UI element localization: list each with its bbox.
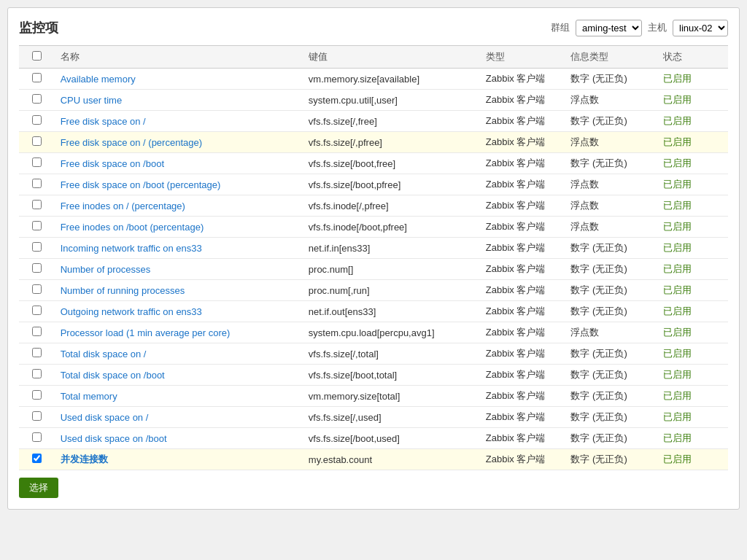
row-type: Zabbix 客户端 <box>480 280 565 301</box>
row-checkbox-cell <box>19 195 55 217</box>
row-checkbox[interactable] <box>32 200 42 209</box>
row-key: vfs.fs.size[/,used] <box>303 407 480 428</box>
row-info-type: 浮点数 <box>565 90 657 111</box>
row-name: Total disk space on /boot <box>55 365 303 386</box>
row-name-link[interactable]: Used disk space on / <box>61 412 149 423</box>
row-name-link[interactable]: Free inodes on /boot (percentage) <box>61 222 204 233</box>
row-name-link[interactable]: Number of processes <box>61 264 151 275</box>
table-row: Number of processesproc.num[]Zabbix 客户端数… <box>19 259 728 280</box>
group-select[interactable]: aming-test <box>576 20 642 36</box>
row-info-type: 数字 (无正负) <box>565 428 657 449</box>
row-name-link[interactable]: Number of running processes <box>61 285 185 296</box>
row-info-type: 数字 (无正负) <box>565 449 657 470</box>
row-name-link[interactable]: CPU user time <box>61 95 123 106</box>
row-type: Zabbix 客户端 <box>480 343 565 365</box>
row-status: 已启用 <box>657 217 728 238</box>
col-header-name: 名称 <box>55 46 303 69</box>
row-status: 已启用 <box>657 195 728 217</box>
row-key: vfs.fs.size[/boot,free] <box>303 153 480 174</box>
row-checkbox[interactable] <box>32 454 42 463</box>
items-table: 名称 键值 类型 信息类型 状态 Available memoryvm.memo… <box>19 45 728 470</box>
row-name-link[interactable]: Outgoing network traffic on ens33 <box>61 306 202 317</box>
row-name-link[interactable]: Free inodes on / (percentage) <box>61 201 185 211</box>
row-type: Zabbix 客户端 <box>480 259 565 280</box>
row-checkbox[interactable] <box>32 263 42 273</box>
row-checkbox-cell <box>19 238 55 259</box>
row-name-link[interactable]: Processor load (1 min average per core) <box>61 327 231 338</box>
host-label: 主机 <box>648 21 667 34</box>
host-select[interactable]: linux-02 <box>673 20 728 36</box>
row-status: 已启用 <box>657 428 728 449</box>
row-key: vfs.fs.size[/boot,used] <box>303 428 480 449</box>
row-name-link[interactable]: 并发连接数 <box>61 454 108 464</box>
row-name-link[interactable]: Free disk space on /boot (percentage) <box>61 179 221 190</box>
row-status: 已启用 <box>657 238 728 259</box>
row-name: Free inodes on / (percentage) <box>55 195 303 217</box>
row-name: Incoming network traffic on ens33 <box>55 238 303 259</box>
row-checkbox[interactable] <box>32 390 42 400</box>
row-checkbox[interactable] <box>32 411 42 421</box>
row-checkbox[interactable] <box>32 327 42 336</box>
row-name-link[interactable]: Used disk space on /boot <box>61 433 167 444</box>
row-checkbox[interactable] <box>32 284 42 294</box>
row-name-link[interactable]: Total disk space on /boot <box>61 370 165 381</box>
row-status: 已启用 <box>657 386 728 407</box>
row-name: Total memory <box>55 386 303 407</box>
row-checkbox[interactable] <box>32 348 42 357</box>
row-info-type: 数字 (无正负) <box>565 301 657 322</box>
row-type: Zabbix 客户端 <box>480 365 565 386</box>
row-type: Zabbix 客户端 <box>480 301 565 322</box>
row-key: vfs.fs.size[/boot,total] <box>303 365 480 386</box>
row-type: Zabbix 客户端 <box>480 217 565 238</box>
row-checkbox[interactable] <box>32 94 42 104</box>
select-all-checkbox[interactable] <box>32 51 42 61</box>
select-button[interactable]: 选择 <box>19 478 58 498</box>
row-checkbox[interactable] <box>32 73 42 82</box>
row-key: net.if.in[ens33] <box>303 238 480 259</box>
row-name-link[interactable]: Free disk space on / <box>61 116 146 127</box>
row-checkbox[interactable] <box>32 179 42 188</box>
row-name: Number of processes <box>55 259 303 280</box>
row-key: vfs.fs.inode[/boot,pfree] <box>303 217 480 238</box>
row-checkbox-cell <box>19 217 55 238</box>
row-checkbox-cell <box>19 428 55 449</box>
row-checkbox[interactable] <box>32 242 42 252</box>
row-checkbox[interactable] <box>32 432 42 442</box>
row-checkbox-cell <box>19 111 55 132</box>
row-name: Used disk space on / <box>55 407 303 428</box>
row-type: Zabbix 客户端 <box>480 428 565 449</box>
row-checkbox[interactable] <box>32 158 42 167</box>
row-checkbox-cell <box>19 90 55 111</box>
row-info-type: 数字 (无正负) <box>565 153 657 174</box>
row-info-type: 数字 (无正负) <box>565 365 657 386</box>
row-name-link[interactable]: Total disk space on / <box>61 349 147 359</box>
row-name: Free disk space on / (percentage) <box>55 132 303 153</box>
row-name-link[interactable]: Incoming network traffic on ens33 <box>61 243 202 254</box>
row-name: Free inodes on /boot (percentage) <box>55 217 303 238</box>
page-container: 监控项 群组 aming-test 主机 linux-02 名称 键值 类型 信… <box>7 7 740 510</box>
row-checkbox[interactable] <box>32 221 42 230</box>
row-type: Zabbix 客户端 <box>480 174 565 195</box>
row-checkbox[interactable] <box>32 306 42 315</box>
row-checkbox-cell <box>19 365 55 386</box>
row-checkbox[interactable] <box>32 115 42 125</box>
row-name: Free disk space on / <box>55 111 303 132</box>
row-name-link[interactable]: Free disk space on /boot <box>61 158 164 169</box>
row-key: vfs.fs.inode[/,pfree] <box>303 195 480 217</box>
row-checkbox[interactable] <box>32 136 42 146</box>
row-name-link[interactable]: Total memory <box>61 391 117 402</box>
row-checkbox-cell <box>19 386 55 407</box>
row-checkbox[interactable] <box>32 369 42 378</box>
row-type: Zabbix 客户端 <box>480 238 565 259</box>
row-key: vm.memory.size[total] <box>303 386 480 407</box>
row-checkbox-cell <box>19 407 55 428</box>
row-key: system.cpu.util[,user] <box>303 90 480 111</box>
table-row: Free inodes on / (percentage)vfs.fs.inod… <box>19 195 728 217</box>
row-status: 已启用 <box>657 90 728 111</box>
row-name-link[interactable]: Free disk space on / (percentage) <box>61 137 202 148</box>
row-info-type: 浮点数 <box>565 217 657 238</box>
row-info-type: 数字 (无正负) <box>565 386 657 407</box>
row-status: 已启用 <box>657 343 728 365</box>
row-key: my.estab.count <box>303 449 480 470</box>
row-name-link[interactable]: Available memory <box>61 74 136 85</box>
